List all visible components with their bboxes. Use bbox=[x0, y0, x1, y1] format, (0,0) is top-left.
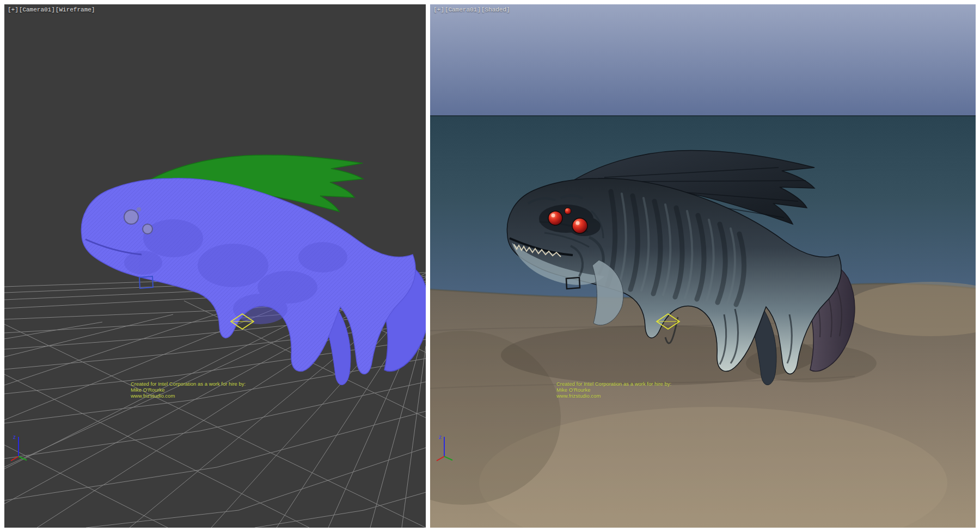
viewport-wireframe[interactable]: [+] [Camera01] [Wireframe] Created for I… bbox=[4, 4, 426, 528]
viewport-shaded[interactable]: [+] [Camera01] [Shaded] Created for Inte… bbox=[430, 4, 976, 528]
axis-z-label: z bbox=[13, 434, 16, 440]
shaded-canvas[interactable] bbox=[430, 4, 976, 528]
viewport-shading-menu[interactable]: [Shaded] bbox=[481, 7, 510, 13]
viewport-general-menu[interactable]: [+] bbox=[433, 7, 444, 13]
watermark: Created for Intel Corporation as a work … bbox=[131, 381, 246, 399]
watermark-line3: www.frizstudio.com bbox=[131, 393, 246, 399]
viewport-label: [+] [Camera01] [Wireframe] bbox=[8, 7, 95, 13]
fish-model-wireframe[interactable] bbox=[81, 155, 426, 385]
axis-z-label: z bbox=[439, 434, 442, 440]
viewport-shading-menu[interactable]: [Wireframe] bbox=[56, 7, 95, 13]
viewport-label: [+] [Camera01] [Shaded] bbox=[433, 7, 510, 13]
sky bbox=[430, 4, 976, 116]
watermark-line1: Created for Intel Corporation as a work … bbox=[131, 381, 246, 387]
watermark-line2: Mike O'Rourke bbox=[131, 387, 246, 393]
watermark-line3: www.frizstudio.com bbox=[556, 393, 671, 399]
watermark-line1: Created for Intel Corporation as a work … bbox=[556, 381, 671, 387]
world-axis-icon: z bbox=[434, 431, 458, 463]
world-axis-icon: z bbox=[9, 431, 33, 463]
viewport-pov-menu[interactable]: [Camera01] bbox=[19, 7, 55, 13]
viewport-pov-menu[interactable]: [Camera01] bbox=[445, 7, 481, 13]
wireframe-canvas[interactable] bbox=[4, 4, 426, 528]
watermark: Created for Intel Corporation as a work … bbox=[556, 381, 671, 399]
max-viewport-area: { "viewports": { "left": { "name": "Came… bbox=[0, 0, 980, 532]
viewport-general-menu[interactable]: [+] bbox=[8, 7, 19, 13]
watermark-line2: Mike O'Rourke bbox=[556, 387, 671, 393]
